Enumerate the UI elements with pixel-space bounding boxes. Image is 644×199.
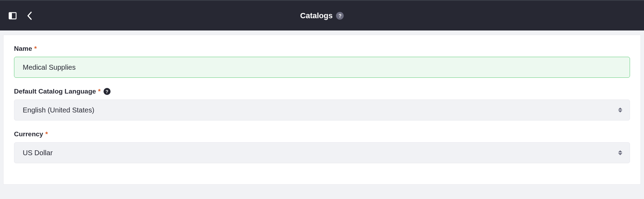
language-select[interactable]: English (United States) (14, 100, 630, 121)
language-label: Default Catalog Language * ? (14, 88, 630, 95)
required-asterisk: * (98, 88, 100, 95)
language-select-wrap: English (United States) (14, 100, 630, 121)
currency-label: Currency * (14, 130, 630, 138)
form-group-name: Name * (14, 45, 630, 78)
form-panel: Name * Default Catalog Language * ? Engl… (3, 35, 641, 185)
top-bar: Catalogs ? (0, 1, 644, 30)
language-label-text: Default Catalog Language (14, 88, 96, 95)
required-asterisk: * (45, 130, 48, 138)
form-group-currency: Currency * US Dollar (14, 130, 630, 163)
required-asterisk: * (34, 45, 37, 53)
panel-toggle-icon[interactable] (8, 12, 17, 20)
header-help-icon[interactable]: ? (336, 12, 344, 20)
form-group-language: Default Catalog Language * ? English (Un… (14, 88, 630, 121)
name-input[interactable] (14, 57, 630, 78)
name-label: Name * (14, 45, 630, 53)
svg-rect-1 (9, 13, 12, 19)
page-title: Catalogs (300, 11, 333, 20)
back-button[interactable] (27, 11, 32, 20)
chevron-left-icon (27, 11, 32, 20)
currency-select[interactable]: US Dollar (14, 142, 630, 163)
topbar-left-controls (8, 11, 32, 20)
name-label-text: Name (14, 45, 32, 53)
language-help-icon[interactable]: ? (104, 88, 111, 95)
page-title-wrap: Catalogs ? (300, 11, 344, 20)
currency-label-text: Currency (14, 130, 43, 138)
content-area: Name * Default Catalog Language * ? Engl… (0, 30, 644, 185)
currency-select-wrap: US Dollar (14, 142, 630, 163)
